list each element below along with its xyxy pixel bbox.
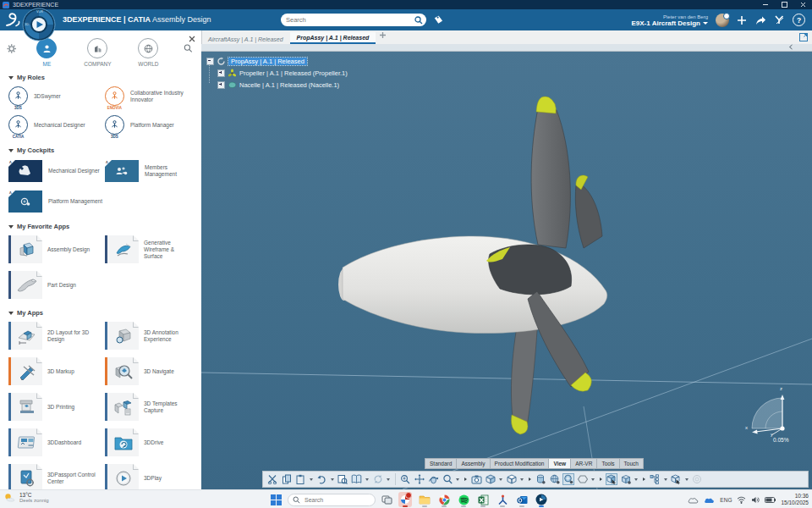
global-search-input[interactable]	[281, 16, 414, 24]
3d-compass[interactable]: V+R 3D	[22, 8, 56, 41]
app-3d-printing[interactable]: 3D Printing	[8, 390, 105, 426]
search-icon[interactable]	[414, 16, 423, 25]
nav-tab-company[interactable]: COMPANY	[72, 38, 123, 67]
tree-expand-icon[interactable]	[217, 81, 225, 89]
catalog-icon[interactable]	[351, 473, 363, 485]
app-3ddashboard[interactable]: 3DDashboard	[8, 426, 105, 461]
global-search[interactable]	[281, 14, 426, 26]
clock[interactable]: 10:36 15/10/2025	[781, 493, 809, 506]
ribbon-tab-product-modification[interactable]: Product Modification	[490, 458, 549, 469]
tag-icon[interactable]	[433, 14, 445, 25]
cube-icon[interactable]	[620, 473, 632, 485]
taskbar-app-3dexperience-launcher[interactable]	[496, 492, 509, 507]
wifi-icon[interactable]	[737, 496, 746, 504]
dropdown-caret-icon[interactable]	[591, 478, 595, 481]
undo-icon[interactable]	[315, 473, 327, 485]
dropdown-caret-icon[interactable]	[664, 478, 667, 481]
3d-viewport[interactable]: z x y 0.05% PropAssy | A.1 | Released Pr…	[201, 44, 812, 489]
tree-node-label[interactable]: Nacelle | A.1 | Released (Nacelle.1)	[239, 81, 339, 89]
role-mechanical-designer[interactable]: CATIA Mechanical Designer	[8, 113, 105, 141]
product-badge-icon[interactable]	[562, 473, 574, 485]
taskbar-app-excel[interactable]	[476, 492, 490, 507]
panel-close-icon[interactable]	[189, 36, 195, 42]
dropdown-caret-icon[interactable]	[387, 478, 390, 481]
iso-view-icon[interactable]	[485, 473, 497, 485]
part-cylinder-icon[interactable]	[535, 473, 546, 485]
dropdown-caret-icon[interactable]	[499, 478, 502, 481]
tree-row-propeller[interactable]: Propeller | A.1 | Released (Propeller.1)	[206, 67, 348, 79]
cockpit-members-management[interactable]: Λ Members Management	[105, 157, 200, 187]
app-3d-annotation[interactable]: 3D Annotation Experience	[105, 319, 200, 355]
tree-collapse-icon[interactable]	[206, 58, 214, 65]
battery-icon[interactable]	[765, 497, 776, 503]
minimize-button[interactable]	[756, 0, 775, 9]
section-my-apps[interactable]: My Apps	[0, 304, 201, 319]
weather-widget[interactable]: 13°C Deels zonnig	[3, 492, 49, 504]
tree-expand-icon[interactable]	[217, 69, 225, 77]
select-cube-icon[interactable]	[606, 473, 617, 485]
app-part-design[interactable]: Part Design	[8, 268, 105, 304]
tree-node-label[interactable]: PropAssy | A.1 | Released	[228, 58, 307, 65]
rotate-icon[interactable]	[427, 473, 439, 485]
capture-icon[interactable]	[470, 473, 482, 485]
group-expand-icon[interactable]	[464, 478, 467, 481]
app-3dpassport[interactable]: 3DPassport Control Center	[8, 461, 105, 489]
help-button[interactable]: ?	[793, 14, 805, 26]
user-context[interactable]: Pieter van den Berg E9X-1 Aircraft Desig…	[631, 14, 708, 27]
taskbar-search-input[interactable]	[303, 496, 370, 504]
swym-button[interactable]	[774, 14, 785, 25]
section-my-favorite-apps[interactable]: My Favorite Apps	[0, 218, 201, 233]
hexagon-icon[interactable]	[577, 473, 589, 485]
app-assembly-design[interactable]: Assembly Design	[8, 233, 105, 268]
ribbon-tab-assembly[interactable]: Assembly	[456, 458, 489, 469]
section-my-cockpits[interactable]: My Cockpits	[0, 141, 201, 157]
cloud-sync-icon[interactable]	[704, 496, 715, 504]
cockpit-platform-management[interactable]: Λ Platform Management	[8, 187, 105, 218]
app-3d-markup[interactable]: 3D Markup	[8, 355, 105, 390]
dropdown-caret-icon[interactable]	[456, 478, 459, 481]
tab-aircraftassy[interactable]: AircraftAssy | A.1 | Released	[201, 34, 290, 44]
nav-tab-me[interactable]: ME	[21, 38, 72, 67]
dropdown-caret-icon[interactable]	[331, 478, 334, 481]
ribbon-tab-touch[interactable]: Touch	[619, 458, 644, 469]
group-expand-icon[interactable]	[600, 478, 602, 481]
app-3d-navigate[interactable]: 3D Navigate	[105, 355, 200, 390]
dropdown-caret-icon[interactable]	[365, 478, 369, 481]
view-modes-icon[interactable]	[506, 473, 518, 485]
ribbon-tab-standard[interactable]: Standard	[425, 458, 456, 469]
add-button[interactable]	[737, 15, 747, 25]
avatar[interactable]	[716, 14, 729, 27]
maximize-button[interactable]	[775, 0, 793, 9]
tree-row-nacelle[interactable]: Nacelle | A.1 | Released (Nacelle.1)	[206, 79, 348, 91]
section-my-roles[interactable]: My Roles	[0, 69, 201, 84]
panel-search-icon[interactable]	[184, 43, 193, 53]
nav-tab-world[interactable]: WORLD	[123, 38, 173, 67]
copy-icon[interactable]	[281, 473, 293, 485]
taskbar-app-3dexperience[interactable]	[535, 492, 548, 507]
speaker-icon[interactable]	[751, 496, 760, 504]
ribbon-tab-ar-vr[interactable]: AR-VR	[570, 458, 596, 469]
dropdown-caret-icon[interactable]	[520, 478, 524, 481]
search-model-icon[interactable]	[337, 473, 348, 485]
share-button[interactable]	[754, 15, 766, 25]
group-expand-icon[interactable]	[529, 478, 531, 481]
ribbon-tab-view[interactable]: View	[548, 458, 570, 469]
onedrive-cloud-icon[interactable]	[688, 496, 699, 504]
tab-propassy[interactable]: PropAssy | A.1 | Released	[290, 32, 376, 44]
cockpit-mechanical-designer[interactable]: Λ Mechanical Designer	[8, 157, 105, 187]
taskbar-app-outlook[interactable]	[515, 492, 529, 507]
taskbar-app-spotify[interactable]	[457, 492, 470, 507]
role-3dswymer[interactable]: 3DS 3DSwymer	[8, 84, 105, 113]
role-collab-innovator[interactable]: ENOVIA Collaborative Industry Innovator	[105, 84, 200, 113]
task-view-icon[interactable]	[381, 494, 392, 505]
update-icon[interactable]	[372, 473, 384, 485]
tree-row-root[interactable]: PropAssy | A.1 | Released	[206, 55, 348, 67]
taskbar-app-file-explorer[interactable]	[418, 492, 431, 507]
pan-icon[interactable]	[414, 473, 425, 485]
role-platform-manager[interactable]: 3DS Platform Manager	[105, 113, 200, 141]
ribbon-tab-tools[interactable]: Tools	[596, 458, 618, 469]
start-button[interactable]	[271, 494, 282, 505]
app-2d-layout[interactable]: 2D Layout for 3D Design	[8, 319, 105, 355]
app-3ddrive[interactable]: 3DDrive	[105, 426, 200, 461]
new-tab-button[interactable]	[379, 30, 387, 44]
